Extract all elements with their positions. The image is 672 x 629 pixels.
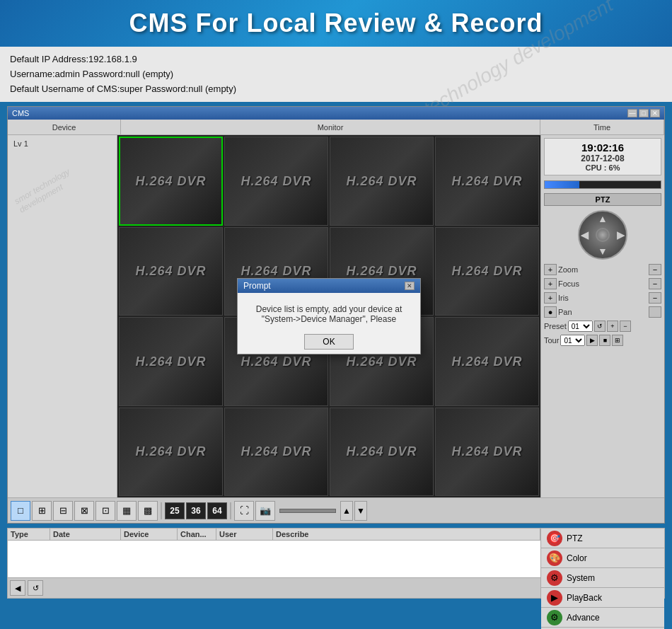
side-buttons-panel: 🎯 PTZ 🎨 Color ⚙ System ▶ PlayBack ⚙ Adva…: [540, 529, 664, 598]
menu-device[interactable]: Device: [8, 120, 121, 134]
minimize-button[interactable]: —: [627, 109, 637, 117]
color-side-button[interactable]: 🎨 Color: [541, 548, 664, 568]
iris-minus-button[interactable]: −: [649, 292, 661, 304]
clock-time: 19:02:16: [550, 142, 655, 154]
layout-64-button[interactable]: 64: [207, 502, 227, 519]
color-icon: 🎨: [547, 550, 562, 566]
prompt-dialog: Prompt ✕ Device list is empty, add your …: [237, 278, 421, 354]
compass-dial[interactable]: ▲ ▼ ◀ ▶: [578, 210, 627, 260]
toolbar-sep1: [161, 502, 162, 519]
preset-label: Preset: [544, 322, 567, 330]
dialog-title-bar: Prompt ✕: [238, 279, 420, 293]
bottom-toolbar: □ ⊞ ⊟ ⊠ ⊡ ▦ ▩ 25 36 64 ⛶ 📷 ▲ ▼: [8, 497, 664, 523]
playback-side-button[interactable]: ▶ PlayBack: [541, 588, 664, 608]
pan-dot-button[interactable]: ●: [544, 306, 557, 318]
dialog-footer: OK: [238, 330, 420, 354]
preset-row: Preset 010203 ↺ + −: [544, 321, 661, 332]
compass-down-arrow[interactable]: ▼: [598, 246, 608, 257]
log-col-date: Date: [50, 529, 121, 540]
clock-date: 2017-12-08: [550, 154, 655, 163]
close-button[interactable]: ✕: [650, 109, 660, 117]
layout-36-button[interactable]: 36: [186, 502, 206, 519]
right-panel: 19:02:16 2017-12-08 CPU : 6% PTZ ▲ ▼ ◀ ▶: [540, 135, 664, 497]
ptz-iris-row: + Iris −: [544, 292, 661, 304]
dialog-body: Device list is empty, add your device at…: [238, 293, 420, 330]
system-side-button[interactable]: ⚙ System: [541, 568, 664, 588]
ptz-section-label: PTZ: [544, 193, 661, 206]
menu-time[interactable]: Time: [540, 120, 664, 134]
ptz-side-button[interactable]: 🎯 PTZ: [541, 529, 664, 548]
layout-custom3-button[interactable]: ▩: [138, 501, 158, 521]
fullscreen-button[interactable]: ⛶: [234, 501, 254, 521]
playback-icon: ▶: [547, 590, 562, 606]
compass-left-arrow[interactable]: ◀: [581, 229, 589, 241]
layout-4-button[interactable]: ⊞: [32, 501, 52, 521]
dialog-close-button[interactable]: ✕: [405, 282, 415, 290]
layout-25-button[interactable]: 25: [165, 502, 185, 519]
info-line1: Default IP Address:192.168.1.9: [10, 52, 662, 67]
tour-stop-button[interactable]: ■: [599, 335, 610, 346]
info-section: Default IP Address:192.168.1.9 Username:…: [0, 47, 672, 102]
tour-play-button[interactable]: ▶: [586, 335, 598, 346]
left-panel: Lv 1 smor technology development: [8, 135, 117, 497]
ptz-zoom-row: + Zoom −: [544, 264, 661, 275]
preset-select[interactable]: 010203: [568, 321, 593, 332]
log-col-desc: Describe: [273, 529, 540, 540]
time-display: 19:02:16 2017-12-08 CPU : 6%: [544, 138, 661, 175]
scroll-down-button[interactable]: ▼: [354, 501, 367, 521]
maximize-button[interactable]: □: [639, 109, 649, 117]
iris-plus-button[interactable]: +: [544, 292, 557, 304]
layout-custom1-button[interactable]: ⊡: [95, 501, 115, 521]
log-col-device: Device: [121, 529, 178, 540]
log-table-header: Type Date Device Chan... User Describe: [8, 529, 540, 541]
ptz-pan-row: ● Pan: [544, 306, 661, 318]
log-prev-button[interactable]: ◀: [10, 580, 25, 596]
zoom-minus-button[interactable]: −: [649, 264, 661, 275]
pan-label: Pan: [558, 308, 647, 316]
zoom-plus-button[interactable]: +: [544, 264, 557, 275]
dialog-message: Device list is empty, add your device at…: [256, 304, 402, 324]
focus-plus-button[interactable]: +: [544, 278, 557, 289]
focus-minus-button[interactable]: −: [649, 278, 661, 289]
compass-right-arrow[interactable]: ▶: [617, 229, 625, 241]
log-col-type: Type: [8, 529, 50, 540]
camera-grid: H.264 DVR H.264 DVR H.264 DVR H.264 DVR …: [117, 135, 540, 497]
system-icon: ⚙: [547, 570, 562, 586]
cpu-bar-fill: [545, 181, 579, 188]
snapshot-button[interactable]: 📷: [255, 501, 275, 521]
layout-16-button[interactable]: ⊠: [74, 501, 94, 521]
pan-blank-button[interactable]: [649, 306, 661, 318]
preset-delete-button[interactable]: −: [620, 321, 631, 332]
layout-custom2-button[interactable]: ▦: [117, 501, 137, 521]
preset-add-button[interactable]: +: [607, 321, 618, 332]
menu-monitor[interactable]: Monitor: [121, 120, 540, 134]
ptz-focus-row: + Focus −: [544, 278, 661, 289]
cms-window: CMS — □ ✕ Device Monitor Time Lv 1 smor …: [7, 106, 665, 524]
title-bar-controls: — □ ✕: [627, 109, 660, 117]
tour-grid-button[interactable]: ⊞: [612, 335, 623, 346]
scroll-up-button[interactable]: ▲: [340, 501, 353, 521]
main-content: Lv 1 smor technology development H.264 D…: [8, 135, 664, 497]
compass-up-arrow[interactable]: ▲: [598, 213, 608, 224]
zoom-slider[interactable]: [279, 509, 336, 513]
preset-refresh-button[interactable]: ↺: [594, 321, 606, 332]
log-table-body: [8, 541, 540, 577]
iris-label: Iris: [558, 294, 647, 302]
dialog-overlay: Prompt ✕ Device list is empty, add your …: [117, 135, 540, 497]
advance-icon: ⚙: [547, 610, 562, 625]
dialog-ok-button[interactable]: OK: [304, 334, 354, 350]
menu-bar: Device Monitor Time: [8, 120, 664, 135]
zoom-label: Zoom: [558, 265, 647, 274]
advance-side-button[interactable]: ⚙ Advance: [541, 608, 664, 628]
layout-9-button[interactable]: ⊟: [53, 501, 73, 521]
window-title: CMS: [12, 109, 29, 117]
info-line2: Username:admin Password:null (empty): [10, 67, 662, 82]
tour-label: Tour: [544, 336, 559, 345]
header-title: CMS For Local Review & Record: [14, 8, 658, 38]
ptz-compass[interactable]: ▲ ▼ ◀ ▶: [544, 210, 661, 260]
log-next-button[interactable]: ↺: [28, 580, 43, 596]
toolbar-sep2: [230, 502, 231, 519]
compass-arrows: ▲ ▼ ◀ ▶: [579, 212, 626, 258]
layout-1-button[interactable]: □: [11, 501, 30, 521]
tour-select[interactable]: 0102: [560, 335, 585, 346]
